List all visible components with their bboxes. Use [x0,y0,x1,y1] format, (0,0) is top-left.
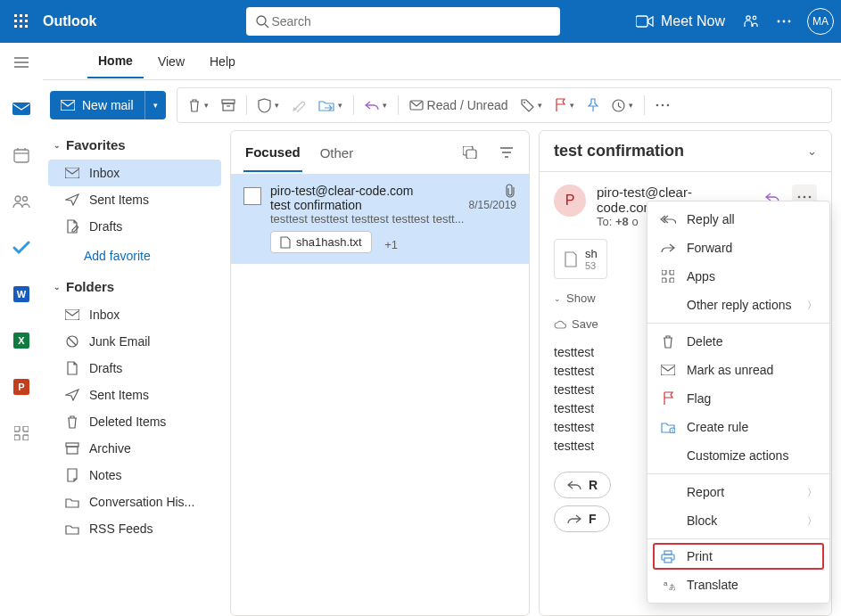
meet-now-button[interactable]: Meet Now [627,0,734,43]
svg-point-16 [788,21,791,23]
read-unread-button[interactable]: Read / Unread [404,91,514,119]
waffle-icon [14,14,29,29]
add-favorite-link[interactable]: Add favorite [48,240,221,272]
snooze-button[interactable]: ▾ [606,91,639,119]
ctx-delete[interactable]: Delete [647,327,829,356]
people-icon [12,194,30,209]
more-attachments[interactable]: +1 [384,238,398,251]
svg-rect-8 [25,25,28,28]
reply-pill-button[interactable]: R [554,472,611,498]
ctx-forward[interactable]: Forward [647,234,829,262]
new-mail-button[interactable]: New mail [50,91,144,119]
message-checkbox[interactable] [243,187,261,205]
overflow-button[interactable] [650,91,675,119]
ellipsis-icon [797,195,812,199]
delete-button[interactable]: ▾ [183,91,214,119]
rail-powerpoint[interactable]: P [7,373,36,401]
svg-point-13 [753,16,756,20]
folder-sent[interactable]: Sent Items [48,382,221,408]
message-from: piro-test@clear-code.com [270,184,414,198]
message-item[interactable]: piro-test@clear-code.com test confirmati… [231,174,529,264]
ctx-report[interactable]: Report〉 [647,478,829,506]
checkmark-icon [12,241,30,255]
archive-icon [221,99,235,111]
ctx-customize[interactable]: Customize actions [647,441,829,470]
move-button[interactable]: ▾ [313,91,348,119]
search-box[interactable] [246,7,560,36]
ctx-block[interactable]: Block〉 [647,506,829,535]
delete-icon [188,98,201,112]
rail-excel[interactable]: X [7,326,36,355]
file-icon [280,236,291,249]
ctx-flag[interactable]: Flag [647,384,829,413]
more-button[interactable] [768,0,800,43]
app-launcher-button[interactable] [7,7,36,36]
favorite-inbox[interactable]: Inbox [48,160,221,186]
ctx-apps[interactable]: Apps [647,262,829,291]
ctx-other-reply[interactable]: Other reply actions〉 [647,291,829,319]
favorite-sent[interactable]: Sent Items [48,186,221,213]
svg-point-25 [15,196,21,201]
select-mode-button[interactable] [459,138,481,167]
flag-button[interactable]: ▾ [549,91,580,119]
tab-view[interactable]: View [147,45,195,78]
svg-rect-48 [65,309,79,320]
pin-button[interactable] [581,91,605,119]
collapse-reading-button[interactable]: ⌄ [807,144,817,158]
folder-drafts[interactable]: Drafts [48,355,221,382]
ctx-create-rule[interactable]: Create rule [647,413,829,441]
reply-split-button[interactable]: ▾ [359,91,392,119]
rail-more-apps[interactable] [7,419,36,448]
pivot-focused[interactable]: Focused [243,134,302,172]
favorites-header[interactable]: ⌄Favorites [48,130,221,160]
svg-rect-6 [14,25,17,28]
rail-mail[interactable] [7,94,36,123]
archive-button[interactable] [216,91,241,119]
tab-home[interactable]: Home [87,45,144,78]
rail-calendar[interactable] [7,141,36,169]
svg-point-26 [23,197,28,201]
ctx-print[interactable]: Print [653,543,824,570]
folder-inbox[interactable]: Inbox [48,301,221,328]
svg-rect-34 [23,426,29,431]
ctx-mark-unread[interactable]: Mark as unread [647,356,829,384]
report-button[interactable]: ▾ [252,91,284,119]
tab-help[interactable]: Help [199,45,246,78]
new-mail-dropdown[interactable]: ▾ [144,91,166,119]
delete-icon [662,334,674,349]
attachment-card[interactable]: sh 53 [554,239,607,279]
favorite-drafts[interactable]: Drafts [48,213,221,240]
video-icon [636,15,654,28]
folders-header[interactable]: ⌄Folders [48,272,221,301]
forward-icon [567,513,581,524]
forward-icon [661,242,675,253]
folder-notes[interactable]: Notes [48,462,221,489]
forward-pill-button[interactable]: F [554,505,610,532]
tag-button[interactable]: ▾ [515,91,548,119]
ctx-reply-all[interactable]: Reply all [647,205,829,234]
attachment-chip[interactable]: sha1hash.txt [270,231,372,253]
ribbon-tabs: Home View Help [0,43,841,80]
folder-junk[interactable]: Junk Email [48,328,221,355]
search-icon [255,14,269,29]
profile-avatar[interactable]: MA [807,8,834,35]
teams-button[interactable] [734,0,768,43]
rail-word[interactable]: W [7,280,36,308]
rail-people[interactable] [7,187,36,216]
nav-toggle-button[interactable] [7,48,36,77]
svg-rect-21 [14,150,29,162]
pivot-other[interactable]: Other [318,135,356,171]
filter-button[interactable] [497,138,516,167]
app-name: Outlook [43,13,96,29]
search-input[interactable] [269,13,551,29]
rail-todo[interactable] [7,234,36,262]
sweep-button[interactable] [286,91,311,119]
calendar-icon [13,147,29,163]
ctx-translate[interactable]: aあTranslate [647,571,829,599]
folder-archive[interactable]: Archive [48,435,221,462]
folder-conversation-history[interactable]: Conversation His... [48,489,221,515]
multiselect-icon [463,146,477,159]
folder-deleted[interactable]: Deleted Items [48,408,221,435]
svg-rect-69 [664,558,672,563]
folder-rss[interactable]: RSS Feeds [48,515,221,542]
